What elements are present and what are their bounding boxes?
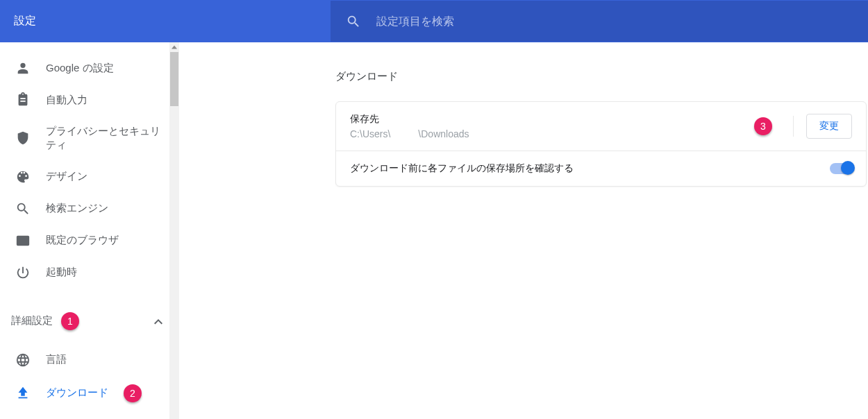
settings-card: 保存先 C:\Users\\Downloads 3 変更 ダウンロード前に各ファ…	[335, 101, 867, 187]
divider	[793, 116, 794, 137]
sidebar-item-on-startup[interactable]: 起動時	[0, 257, 179, 289]
annotation-badge: 3	[754, 117, 772, 135]
scroll-up-icon[interactable]	[169, 42, 179, 52]
sidebar-item-google[interactable]: Google の設定	[0, 52, 179, 84]
advanced-label: 詳細設定	[11, 314, 53, 327]
sidebar-section-advanced[interactable]: 詳細設定 1	[0, 302, 179, 340]
sidebar-item-privacy[interactable]: プライバシーとセキュリティ	[0, 116, 179, 161]
download-icon	[15, 386, 31, 401]
setting-row-ask-before: ダウンロード前に各ファイルの保存場所を確認する	[336, 151, 866, 186]
search-icon	[15, 201, 31, 216]
palette-icon	[15, 169, 31, 185]
chevron-up-icon	[154, 315, 162, 327]
scrollbar-thumb[interactable]	[170, 52, 178, 106]
sidebar-scrollbar[interactable]	[169, 42, 179, 419]
sidebar-item-appearance[interactable]: デザイン	[0, 161, 179, 193]
search-input[interactable]	[376, 15, 868, 27]
sidebar-item-label: 言語	[46, 352, 67, 366]
power-icon	[15, 265, 31, 280]
globe-icon	[15, 352, 31, 368]
sidebar-item-label: プライバシーとセキュリティ	[46, 124, 169, 153]
sidebar-item-downloads[interactable]: ダウンロード 2	[0, 376, 179, 411]
annotation-badge: 2	[124, 384, 142, 402]
ask-before-label: ダウンロード前に各ファイルの保存場所を確認する	[350, 162, 830, 175]
clipboard-icon	[15, 92, 31, 108]
sidebar-item-label: 自動入力	[46, 93, 87, 107]
browser-icon	[15, 233, 31, 248]
save-location-path: C:\Users\\Downloads	[350, 128, 754, 139]
app-title: 設定	[0, 14, 331, 28]
setting-row-save-location: 保存先 C:\Users\\Downloads 3 変更	[336, 102, 866, 151]
person-icon	[15, 60, 31, 76]
sidebar-item-label: デザイン	[46, 169, 87, 183]
search-icon	[346, 14, 361, 29]
sidebar-item-default-browser[interactable]: 既定のブラウザ	[0, 225, 179, 257]
sidebar-item-label: 起動時	[46, 265, 77, 279]
sidebar-item-search-engine[interactable]: 検索エンジン	[0, 193, 179, 225]
sidebar-item-language[interactable]: 言語	[0, 344, 179, 376]
shield-icon	[15, 130, 31, 146]
page-title: ダウンロード	[335, 70, 868, 83]
sidebar: Google の設定 自動入力 プライバシーとセキュリティ デザイン 検索エンジ…	[0, 42, 179, 419]
search-bar[interactable]	[331, 1, 868, 42]
sidebar-item-label: 既定のブラウザ	[46, 233, 119, 247]
annotation-badge: 1	[61, 312, 79, 330]
sidebar-item-label: ダウンロード	[46, 386, 108, 400]
content-area: ダウンロード 保存先 C:\Users\\Downloads 3 変更 ダウンロ…	[179, 42, 868, 419]
ask-before-toggle[interactable]	[830, 163, 853, 174]
change-button[interactable]: 変更	[806, 114, 852, 139]
sidebar-item-autofill[interactable]: 自動入力	[0, 84, 179, 116]
sidebar-item-accessibility[interactable]: ユーザー補助機能	[0, 411, 179, 420]
sidebar-item-label: Google の設定	[46, 61, 114, 75]
sidebar-item-label: 検索エンジン	[46, 201, 108, 215]
save-location-label: 保存先	[350, 113, 754, 126]
